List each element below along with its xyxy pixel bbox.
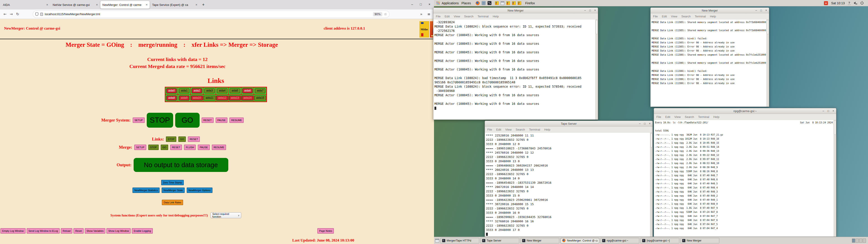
link-button-aida1[interactable]: aida1 (179, 88, 189, 93)
tab-close-icon[interactable]: × (96, 3, 98, 6)
scrollbar[interactable] (834, 120, 836, 237)
window-title-bar[interactable]: New Merger – □ × (433, 8, 598, 13)
scrollbar[interactable] (595, 20, 598, 120)
system-function-select[interactable]: Select required function ∨ (211, 212, 241, 218)
maximize-icon[interactable]: □ (644, 122, 646, 125)
menu-help[interactable]: Help (713, 115, 719, 119)
link-button-aida6[interactable]: aida6 (242, 88, 252, 93)
url-bar[interactable]: localhost:8115/NewMerger/NewMerger.tml 9… (33, 11, 389, 18)
enable-logging-button[interactable]: Enable Logging (132, 228, 153, 234)
window-title-bar[interactable]: New Merger – □ × (651, 8, 769, 13)
link-button-aida2[interactable]: aida2 (192, 88, 202, 93)
menu-search[interactable]: Search (685, 115, 694, 119)
midas-window-icon[interactable] (512, 1, 516, 5)
midas-window-icon[interactable] (518, 1, 521, 5)
volume-muted-icon[interactable] (854, 1, 857, 5)
workspace-3[interactable] (859, 239, 862, 243)
zoom-level-badge[interactable]: 90% (373, 12, 382, 16)
menu-help[interactable]: Help (710, 15, 716, 18)
minimize-icon[interactable]: – (411, 2, 413, 6)
tab-close-icon[interactable]: × (46, 3, 48, 6)
close-icon[interactable]: × (833, 109, 834, 113)
reset-button[interactable]: Reset (73, 228, 84, 234)
send-log-window-to-elog-button[interactable]: Send Log Window to ELog (27, 228, 60, 234)
browser-tab[interactable]: AIDA× (1, 1, 50, 8)
taskbar-item[interactable]: NewMerger: Control @ car... (561, 238, 599, 243)
terminal-output[interactable]: MERGE Data Link (11385): Shared memory s… (651, 20, 767, 106)
shield-icon[interactable] (35, 12, 38, 16)
reset-button[interactable]: RESET (170, 145, 182, 150)
workspace-2[interactable] (856, 239, 859, 243)
page-info-icon[interactable] (40, 13, 43, 16)
midas-window-icon[interactable] (495, 1, 499, 5)
minimize-icon[interactable]: – (823, 109, 824, 113)
empty-log-window-button[interactable]: Empty Log Window (0, 228, 26, 234)
reload-icon[interactable]: ↻ (14, 12, 21, 16)
menu-edit[interactable]: Edit (662, 15, 667, 18)
browser-tab[interactable]: NewMerger: Control @ carme× (100, 1, 150, 8)
link-button-aida7[interactable]: aida7 (255, 88, 265, 93)
applications-menu[interactable]: Applications (442, 1, 459, 5)
menu-view[interactable]: View (505, 128, 512, 131)
newmerger-options-button[interactable]: NewMerger Options (187, 187, 213, 193)
taskbar-item[interactable]: Tape Server (480, 238, 519, 243)
close-icon[interactable]: × (594, 9, 596, 12)
close-icon[interactable]: × (649, 122, 651, 125)
go-button[interactable]: GO (161, 145, 168, 150)
focused-app-label[interactable]: Firefox (525, 1, 535, 5)
applications-menu-icon[interactable] (436, 1, 440, 5)
merger-go-button[interactable]: GO (175, 113, 199, 128)
merger-pause-button[interactable]: PAUSE (216, 118, 227, 123)
show-variables-button[interactable]: Show Variables (85, 228, 105, 234)
minimize-icon[interactable]: – (755, 9, 757, 12)
menu-search[interactable]: Search (681, 15, 690, 18)
reset-button[interactable]: RESET (188, 136, 200, 142)
menu-search[interactable]: Search (464, 15, 473, 18)
link-button-aida8[interactable]: aida8 (166, 96, 177, 100)
menu-view[interactable]: View (454, 15, 460, 18)
menu-search[interactable]: Search (516, 128, 525, 131)
clock[interactable]: Sat 10:13 (831, 1, 845, 5)
output-status-button[interactable]: No output to data storage (133, 158, 228, 172)
maximize-icon[interactable]: □ (828, 109, 829, 113)
menu-file[interactable]: File (487, 128, 492, 131)
link-button-aida9[interactable]: aida9 (179, 96, 189, 100)
menu-view[interactable]: View (671, 15, 677, 18)
new-tab-button[interactable]: + (202, 2, 205, 7)
link-button-aida5[interactable]: aida5 (230, 88, 240, 93)
scrollbar[interactable] (767, 20, 769, 106)
window-list-icon[interactable] (435, 239, 439, 242)
forward-icon[interactable]: → (8, 12, 14, 16)
tab-close-icon[interactable]: × (146, 3, 148, 6)
link-button-aida13[interactable]: aida13 (229, 96, 241, 100)
terminal-output[interactable]: **** 22528016 2048000 11 112222 -1896622… (485, 133, 650, 237)
minimize-icon[interactable]: – (584, 9, 586, 12)
maximize-icon[interactable]: □ (761, 9, 762, 12)
menu-edit[interactable]: Edit (665, 115, 670, 119)
overflow-icon[interactable]: » (420, 12, 423, 16)
link-button-aida10[interactable]: aida10 (191, 96, 203, 100)
link-button-aida14[interactable]: aida14 (242, 96, 253, 100)
maximize-icon[interactable]: □ (420, 2, 422, 6)
link-button-aida11[interactable]: aida11 (204, 96, 215, 100)
link-button-aida12[interactable]: aida12 (216, 96, 228, 100)
close-icon[interactable]: × (765, 9, 767, 12)
file-manager-icon[interactable] (482, 1, 486, 5)
resume-button[interactable]: RESUME (212, 145, 226, 150)
merger-setup-button[interactable]: SETUP (133, 118, 145, 123)
taskbar-item[interactable]: [npg@carme-gsi:~] (641, 238, 679, 243)
menu-file[interactable]: File (656, 115, 661, 119)
menu-file[interactable]: File (653, 15, 658, 18)
reload-button[interactable]: Reload (61, 228, 72, 234)
hamburger-menu-icon[interactable]: ≡ (428, 12, 430, 16)
menu-help[interactable]: Help (493, 15, 499, 18)
menu-terminal[interactable]: Terminal (695, 15, 706, 18)
midas-window-icon[interactable] (506, 1, 510, 5)
go-button[interactable]: GO (178, 136, 186, 142)
merger-resume-button[interactable]: RESUME (229, 118, 244, 123)
merger-stop-button[interactable]: STOP (147, 113, 173, 128)
winframe-window-icon[interactable] (501, 1, 504, 5)
taskbar-item[interactable]: npg@carme-gsi:~ (600, 238, 639, 243)
setup-button[interactable]: SETUP (134, 145, 146, 150)
workspace-4[interactable] (863, 239, 866, 243)
